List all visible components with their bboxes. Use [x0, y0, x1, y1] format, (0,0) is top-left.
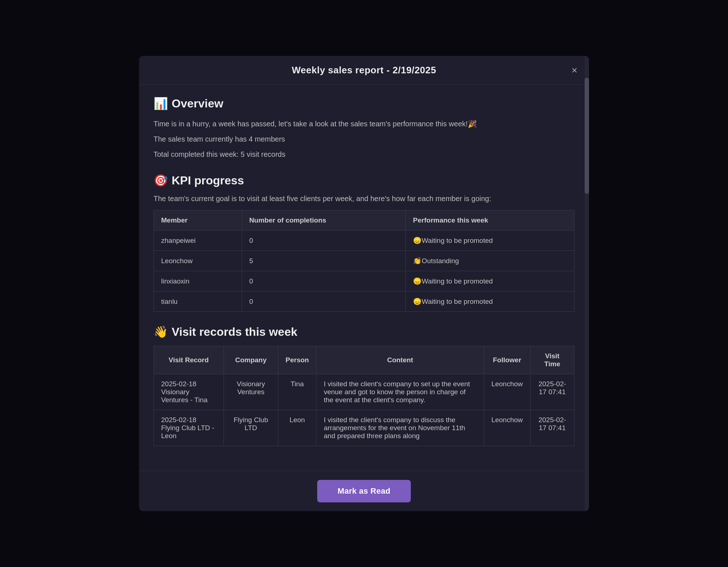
kpi-col-performance: Performance this week: [406, 211, 574, 231]
visit-cell-0-follower: Leonchow: [484, 374, 530, 410]
kpi-cell-3-1: 0: [242, 291, 405, 312]
kpi-cell-1-0: Leonchow: [154, 251, 242, 271]
scrollbar-track: [585, 56, 589, 511]
visit-records-icon: 👋: [154, 325, 168, 339]
overview-title: 📊 Overview: [154, 97, 574, 110]
scrollbar-thumb[interactable]: [585, 78, 589, 194]
visit-cell-1-person: Leon: [278, 410, 316, 446]
visit-records-table: Visit Record Company Person Content Foll…: [154, 346, 574, 446]
kpi-cell-0-1: 0: [242, 231, 405, 251]
visit-cell-0-person: Tina: [278, 374, 316, 410]
kpi-cell-2-0: linxiaoxin: [154, 271, 242, 291]
modal-container: Weekly sales report - 2/19/2025 × 📊 Over…: [139, 56, 589, 511]
kpi-cell-2-2: 😞Waiting to be promoted: [406, 271, 574, 291]
overview-line-1: Time is in a hurry, a week has passed, l…: [154, 118, 574, 130]
kpi-table-row: Leonchow5👏Outstanding: [154, 251, 574, 271]
visit-table-header-row: Visit Record Company Person Content Foll…: [154, 346, 574, 374]
visit-cell-1-company: Flying Club LTD: [224, 410, 278, 446]
kpi-cell-0-2: 😞Waiting to be promoted: [406, 231, 574, 251]
kpi-cell-0-0: zhanpeiwei: [154, 231, 242, 251]
visit-cell-1-visit_time: 2025-02-17 07:41: [530, 410, 574, 446]
kpi-cell-1-1: 5: [242, 251, 405, 271]
kpi-table-row: tianlu0😞Waiting to be promoted: [154, 291, 574, 312]
kpi-section: 🎯 KPI progress The team's current goal i…: [154, 174, 574, 312]
overview-icon: 📊: [154, 97, 168, 110]
visit-records-section: 👋 Visit records this week Visit Record C…: [154, 325, 574, 446]
visit-cell-0-visit_time: 2025-02-17 07:41: [530, 374, 574, 410]
visit-cell-1-follower: Leonchow: [484, 410, 530, 446]
visit-col-follower: Follower: [484, 346, 530, 374]
visit-cell-0-content: I visited the client's company to set up…: [316, 374, 484, 410]
kpi-table: Member Number of completions Performance…: [154, 210, 574, 312]
visit-cell-0-company: Visionary Ventures: [224, 374, 278, 410]
visit-col-record: Visit Record: [154, 346, 224, 374]
visit-col-time: Visit Time: [530, 346, 574, 374]
kpi-table-row: linxiaoxin0😞Waiting to be promoted: [154, 271, 574, 291]
mark-as-read-button[interactable]: Mark as Read: [317, 480, 410, 502]
kpi-icon: 🎯: [154, 174, 168, 187]
visit-col-content: Content: [316, 346, 484, 374]
kpi-title: 🎯 KPI progress: [154, 174, 574, 187]
kpi-cell-1-2: 👏Outstanding: [406, 251, 574, 271]
visit-cell-1-content: I visited the client's company to discus…: [316, 410, 484, 446]
kpi-desc: The team's current goal is to visit at l…: [154, 195, 574, 203]
kpi-col-completions: Number of completions: [242, 211, 405, 231]
kpi-cell-3-2: 😞Waiting to be promoted: [406, 291, 574, 312]
kpi-table-header-row: Member Number of completions Performance…: [154, 211, 574, 231]
close-button[interactable]: ×: [569, 64, 580, 77]
visit-col-company: Company: [224, 346, 278, 374]
overview-line-3: Total completed this week: 5 visit recor…: [154, 148, 574, 160]
visit-col-person: Person: [278, 346, 316, 374]
overview-section: 📊 Overview Time is in a hurry, a week ha…: [154, 97, 574, 160]
overview-line-2: The sales team currently has 4 members: [154, 133, 574, 145]
kpi-table-row: zhanpeiwei0😞Waiting to be promoted: [154, 231, 574, 251]
visit-table-row: 2025-02-18 Flying Club LTD - LeonFlying …: [154, 410, 574, 446]
modal-title: Weekly sales report - 2/19/2025: [292, 65, 436, 76]
modal-body: 📊 Overview Time is in a hurry, a week ha…: [139, 85, 589, 471]
modal-footer: Mark as Read: [139, 471, 589, 511]
kpi-cell-3-0: tianlu: [154, 291, 242, 312]
modal-header: Weekly sales report - 2/19/2025 ×: [139, 56, 589, 85]
kpi-cell-2-1: 0: [242, 271, 405, 291]
visit-records-title: 👋 Visit records this week: [154, 325, 574, 339]
visit-table-row: 2025-02-18 Visionary Ventures - TinaVisi…: [154, 374, 574, 410]
kpi-col-member: Member: [154, 211, 242, 231]
visit-cell-0-record: 2025-02-18 Visionary Ventures - Tina: [154, 374, 224, 410]
visit-cell-1-record: 2025-02-18 Flying Club LTD - Leon: [154, 410, 224, 446]
modal-overlay: Weekly sales report - 2/19/2025 × 📊 Over…: [0, 0, 728, 567]
